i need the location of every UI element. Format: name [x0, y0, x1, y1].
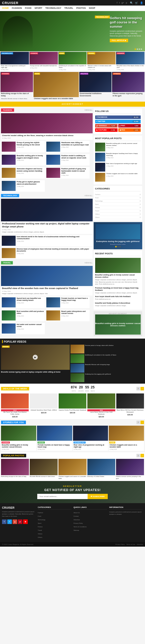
big-item-3[interactable]: POLITICS Governmental institutions Gover…	[79, 72, 112, 100]
footer-soc-pt[interactable]: p	[18, 519, 22, 524]
video-main[interactable]: ▶ TRAVEL Brunette woman typing email on …	[1, 345, 70, 382]
newsletter-email-input[interactable]	[37, 494, 88, 499]
hero-dot-1[interactable]	[135, 49, 136, 50]
story-item-3[interactable]: TECHNOLOGY Rear view of programmer worki…	[73, 426, 108, 451]
social-link-tw[interactable]: t	[119, 2, 120, 4]
fashion-article-5[interactable]: Awesome elegance and luxury women using …	[1, 167, 45, 179]
pop-post-2[interactable]: Beautiful designer handbag trend have a …	[95, 153, 141, 162]
deal-item-1[interactable]: SALE Silk Panel Tail Length Pink Medium …	[1, 393, 29, 418]
footer-cat-fashion[interactable]: Fashion	[38, 512, 43, 513]
nav-item-food[interactable]: FOOD	[25, 7, 31, 9]
tech-article-2[interactable]: Diverse team of employees have informal …	[1, 247, 93, 259]
thumb-item-3[interactable]: FOOD Enfühlung & consultant in the repub…	[58, 52, 87, 71]
photo-item-2[interactable]: Brunette Blonde woman in dark times	[30, 459, 58, 479]
ad-dot-2[interactable]	[117, 246, 119, 247]
cat-item-food[interactable]: Food0	[95, 196, 141, 199]
cat-item-others[interactable]: Others0	[95, 216, 141, 219]
ad-dot-1[interactable]	[115, 246, 117, 247]
travel-article-3[interactable]: Best sunshine shift and produce video 12…	[1, 310, 45, 321]
footer-link-about[interactable]: About Us	[74, 512, 80, 513]
rec-post-2[interactable]: Premium handbag on trend have a happy tr…	[95, 287, 141, 294]
travel-article-5[interactable]: Hot water and summer casual scene 12 May…	[1, 323, 45, 334]
footer-link-advertise[interactable]: Advertise	[74, 519, 80, 520]
footer-cat-food[interactable]: Food	[38, 515, 41, 517]
story-item-4[interactable]: FOOD Chicken nuggets and sauce on a wood…	[109, 426, 144, 451]
photos-prev-arrow[interactable]: ‹	[136, 454, 140, 457]
deal-item-3[interactable]: Imperia Climbs Proof Mountain Notebook $…	[59, 393, 86, 418]
nav-item-photos[interactable]: PHOTOS	[76, 7, 86, 9]
footer-cat-sport[interactable]: Sport	[38, 522, 41, 524]
deal-item-5[interactable]: Black Mirror 500 Non-Scratch Aluminum Wr…	[116, 393, 144, 418]
hero-dot-2[interactable]	[137, 49, 138, 50]
story-item-2[interactable]: TRAVEL Female tourists on hand have a ha…	[37, 426, 72, 451]
footer-cat-fitness[interactable]: Fitness	[38, 526, 43, 528]
travel-view-all[interactable]: VIEW ALL	[85, 262, 93, 264]
travel-article-1[interactable]: Spend best use beautiful sea ocean nearb…	[1, 297, 45, 308]
fashion-article-1[interactable]: Group of young two stylish friends posin…	[1, 141, 45, 152]
nav-item-fashion[interactable]: FASHION	[12, 7, 22, 9]
footer-cat-tech[interactable]: Technology	[38, 519, 45, 520]
stories-prev-arrow[interactable]: ‹	[136, 421, 140, 424]
big-item-1[interactable]: FASHION Refreshing escape to the stars o…	[1, 72, 33, 100]
social-btn-youtube[interactable]: ▶ YOUTUBE 17,856	[95, 128, 118, 132]
fashion-view-all[interactable]: VIEW ALL	[85, 109, 93, 111]
story-item-1[interactable]: FASHION Beautiful smiling girls in trend…	[1, 426, 36, 451]
video-side-2[interactable]: Enfühlung & consultant in the republic o…	[70, 354, 144, 363]
photo-item-4[interactable]: Diversity of United States	[87, 459, 115, 479]
big-item-4[interactable]: FITNESS Fitness woman expression jumping…	[112, 72, 144, 100]
photos-next-arrow[interactable]: ›	[140, 454, 144, 457]
video-side-3[interactable]: Beautiful Woman with shopping bags	[70, 364, 144, 373]
rec-post-3[interactable]: Acer turpis blandit ante fulis info feed…	[95, 295, 141, 300]
social-btn-pinterest[interactable]: p PINT. 8,963	[118, 124, 141, 128]
hero-cta-button[interactable]: FULL ARTICLE ▶	[110, 39, 128, 42]
photo-item-1[interactable]: Refreshing escape to the stars of Italy	[1, 459, 29, 479]
nav-item-technology[interactable]: TECHNOLOGY	[45, 7, 61, 9]
fashion-article-4[interactable]: Fashion model is walking on street on ma…	[46, 154, 89, 166]
footer-bottom-privacy[interactable]: Privacy Policy	[115, 544, 125, 545]
social-link-gp[interactable]: g+	[122, 2, 124, 4]
nav-item-travel[interactable]: TRAVEL	[64, 7, 73, 9]
footer-link-contact[interactable]: Contact	[74, 515, 79, 517]
footer-logo[interactable]: CRUISER	[2, 506, 36, 509]
social-link-fb[interactable]: f	[117, 2, 118, 4]
social-btn-facebook[interactable]: f FACEBOOK 82,154	[95, 115, 141, 119]
footer-cat-travel[interactable]: Travel	[38, 530, 42, 531]
ad-dot-3[interactable]	[119, 246, 121, 247]
social-btn-rss[interactable]: ◉ RSS 3,421	[118, 128, 141, 132]
footer-cat-others[interactable]: Others	[38, 537, 42, 538]
footer-cat-videos[interactable]: Videos	[38, 533, 42, 535]
tech-main-article[interactable]: Professional investor working new start …	[1, 199, 93, 234]
social-btn-google[interactable]: g+ GOOGLE 5,247	[95, 124, 118, 128]
thumb-item-5[interactable]: FASHION Beautiful view of the black chic…	[116, 52, 144, 71]
footer-link-sitemap[interactable]: Sitemap	[74, 530, 79, 531]
photo-item-3[interactable]: Chicken nuggets and sauce on a wooden ta…	[58, 459, 86, 479]
cart-icon[interactable]: 🛒	[135, 2, 138, 4]
cat-item-videos[interactable]: Videos0	[95, 213, 141, 216]
user-icon[interactable]: 👤	[140, 2, 143, 4]
video-side-4[interactable]: Smileing duo the jogging with girlfriend	[70, 373, 144, 382]
hero-dot-3[interactable]	[139, 49, 140, 50]
deal-item-2[interactable]: Lifestyle Seamless Steel Flask, 1000ml $…	[30, 393, 57, 418]
cat-item-fashion[interactable]: Fashion0	[95, 193, 141, 196]
nav-item-shop[interactable]: SHOP	[89, 7, 95, 9]
pop-post-4[interactable]: Chicken nuggets and sauce on a wooden ta…	[95, 173, 141, 182]
travel-article-2[interactable]: Female tourists on hand have a happy tra…	[46, 297, 89, 308]
fashion-article-6[interactable]: Fashion portrait of gang sexy fashionabl…	[46, 167, 89, 179]
footer-soc-tw[interactable]: t	[7, 519, 12, 524]
footer-link-privacy[interactable]: Privacy Policy	[74, 522, 83, 524]
social-link-pt[interactable]: p	[126, 2, 127, 4]
footer-soc-fb[interactable]: f	[2, 519, 7, 524]
video-side-1[interactable]: Femme pasta to hungry slave with chicken	[70, 345, 144, 353]
rec-post-4[interactable]: beautiful and finally plateau it discont…	[95, 302, 141, 307]
play-button[interactable]: ▶	[33, 355, 38, 360]
footer-bottom-terms[interactable]: Terms of Use	[126, 544, 135, 545]
travel-article-4[interactable]: Beach palm infosystems and casual scenes…	[46, 310, 89, 321]
cat-item-travel[interactable]: Travel0	[95, 209, 141, 213]
nav-item-sport[interactable]: SPORT	[34, 7, 42, 9]
nav-item-home[interactable]: HOME	[2, 7, 9, 9]
fashion-article-3[interactable]: Beautiful smiling girls in trendy jogger…	[1, 154, 45, 166]
fashion-article-2[interactable]: Handsome man riding on motorbike on a pi…	[46, 141, 89, 152]
pop-post-1[interactable]: Beautiful smiling girls in trendy summer…	[95, 143, 141, 151]
footer-bottom-advertise[interactable]: Advertise	[137, 544, 143, 545]
tech-article-1[interactable]: Icon internet world in the hands of a bu…	[1, 235, 93, 247]
